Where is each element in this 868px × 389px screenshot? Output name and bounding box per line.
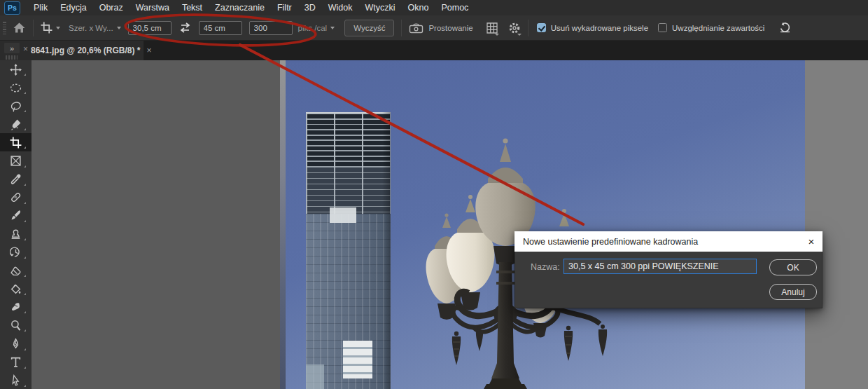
crop-width-field[interactable] [128,21,172,35]
menu-item-okno[interactable]: Okno [402,0,435,15]
separator [528,20,528,36]
tools-panel [0,60,31,389]
clone-stamp-tool[interactable] [0,225,31,243]
skyscraper [306,112,391,389]
history-brush-tool[interactable] [0,243,31,261]
ok-button[interactable]: OK [769,259,817,275]
delete-cropped-pixels-option[interactable]: Usuń wykadrowane piksele [537,23,648,32]
chevron-down-icon [56,27,60,29]
type-tool[interactable] [0,353,31,371]
chevron-down-icon [330,27,335,29]
gradient-tool[interactable] [0,280,31,298]
window-reflection [306,364,324,389]
clear-button[interactable]: Wyczyść [344,20,394,36]
cancel-button-label: Anuluj [781,287,804,297]
dodge-tool[interactable] [0,316,31,334]
path-selection-tool[interactable] [0,371,31,389]
gear-icon[interactable] [508,22,521,34]
lasso-tool[interactable] [0,97,31,115]
photoshop-logo: Ps [4,1,20,15]
tab-overflow-button[interactable]: » [4,43,20,53]
move-tool[interactable] [0,60,31,79]
chevron-down-icon [517,34,522,36]
window-reflection [343,341,372,378]
pasteboard-left [31,60,280,389]
spot-healing-brush-tool[interactable] [0,189,31,207]
resolution-unit-label: piks./cal [298,24,328,32]
crop-ratio-dropdown[interactable]: Szer. x Wy... [69,24,121,32]
menu-item-pomoc[interactable]: Pomoc [435,0,475,15]
straighten-label[interactable]: Prostowanie [428,24,472,32]
dialog-body: Nazwa: OK Anuluj [514,252,822,308]
separator [401,20,402,36]
tab-close-icon[interactable]: × [146,46,151,55]
chevron-down-icon [117,27,121,29]
menu-item-filtr[interactable]: Filtr [271,0,298,15]
preset-name-input[interactable] [564,259,757,274]
content-aware-checkbox[interactable] [658,23,667,32]
skyscraper-mid-section [306,167,391,214]
document-tab-label: 8641.jpg @ 20,6% (RGB/8) * [31,46,140,55]
menu-item-warstwa[interactable]: Warstwa [130,0,176,15]
menu-item-wtyczki[interactable]: Wtyczki [359,0,402,15]
document-tab-bar: » × 8641.jpg @ 20,6% (RGB/8) * × [0,41,868,60]
smudge-tool[interactable] [0,298,31,316]
menu-items: PlikEdycjaObrazWarstwaTekstZaznaczanieFi… [27,0,475,15]
straighten-icon[interactable] [409,22,424,34]
brush-tool[interactable] [0,207,31,225]
options-bar-grip[interactable] [3,22,6,34]
crop-height-field[interactable] [199,21,242,35]
separator [33,20,34,36]
dialog-title: Nowe ustawienie predefiniowane kadrowani… [523,237,698,247]
tab-bar-grip[interactable] [6,55,18,60]
frame-tool[interactable] [0,151,31,170]
window-reflection [330,207,356,223]
new-crop-preset-dialog: Nowe ustawienie predefiniowane kadrowani… [514,231,822,308]
document-tab[interactable]: 8641.jpg @ 20,6% (RGB/8) * × [31,41,151,60]
dialog-title-bar[interactable]: Nowe ustawienie predefiniowane kadrowani… [514,231,822,252]
photo-edge-building [280,60,286,389]
photo-canvas[interactable] [280,60,805,389]
menu-item-plik[interactable]: Plik [27,0,54,15]
quick-selection-tool[interactable] [0,115,31,133]
crop-ratio-label: Szer. x Wy... [69,24,113,32]
resolution-unit-dropdown[interactable]: piks./cal [298,24,335,32]
cancel-button[interactable]: Anuluj [769,284,817,300]
menu-item-obraz[interactable]: Obraz [93,0,130,15]
dialog-close-icon[interactable]: × [800,231,822,252]
crop-tool[interactable] [0,133,31,151]
eyedropper-tool[interactable] [0,170,31,189]
reset-icon[interactable] [778,22,792,34]
options-bar: Szer. x Wy... piks./cal Wyczyść [0,15,868,41]
home-icon[interactable] [13,22,26,34]
hidden-tab-close-icon[interactable]: × [23,44,28,54]
pasteboard-right [805,60,868,389]
pen-tool[interactable] [0,334,31,353]
menu-item-edycja[interactable]: Edycja [54,0,93,15]
skyscraper-crown [306,112,391,167]
elliptical-marquee-tool[interactable] [0,79,31,97]
content-aware-option[interactable]: Uwzględnianie zawartości [658,23,764,32]
delete-cropped-pixels-checkbox[interactable] [537,23,546,32]
preset-name-label: Nazwa: [531,262,560,272]
content-aware-label: Uwzględnianie zawartości [672,24,764,32]
menu-bar: Ps PlikEdycjaObrazWarstwaTekstZaznaczani… [0,0,868,15]
menu-item-tekst[interactable]: Tekst [176,0,209,15]
swap-dimensions-icon[interactable] [178,22,192,33]
eraser-tool[interactable] [0,261,31,280]
ok-button-label: OK [787,263,799,273]
crop-resolution-field[interactable] [249,21,293,35]
clear-button-label: Wyczyść [354,24,385,32]
overlay-options-icon[interactable] [486,22,498,34]
menu-item-3d[interactable]: 3D [298,0,322,15]
delete-cropped-pixels-label: Usuń wykadrowane piksele [551,24,648,32]
chevron-down-icon [495,34,499,36]
crop-tool-preset-button[interactable] [41,22,60,34]
menu-item-zaznaczanie[interactable]: Zaznaczanie [209,0,271,15]
photoshop-window: Ps PlikEdycjaObrazWarstwaTekstZaznaczani… [0,0,868,389]
skyscraper-shadow-edge [382,112,391,389]
menu-item-widok[interactable]: Widok [322,0,359,15]
